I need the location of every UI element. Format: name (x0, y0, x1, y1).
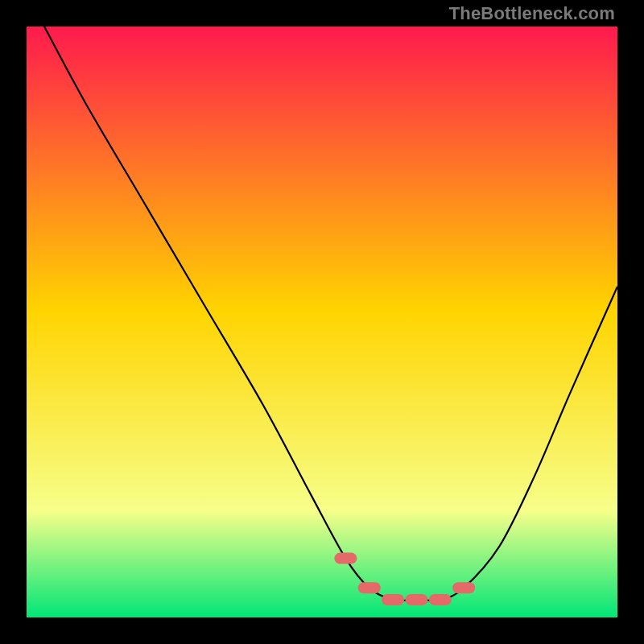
optimal-marker (405, 594, 427, 605)
optimal-marker (358, 582, 381, 593)
chart-svg (27, 27, 617, 617)
attribution-text: TheBottleneck.com (449, 3, 615, 24)
chart-frame (27, 27, 617, 617)
optimal-marker (429, 594, 452, 605)
optimal-marker (452, 582, 475, 593)
optimal-marker (334, 553, 357, 564)
optimal-marker (382, 594, 404, 605)
gradient-bg (27, 27, 617, 617)
